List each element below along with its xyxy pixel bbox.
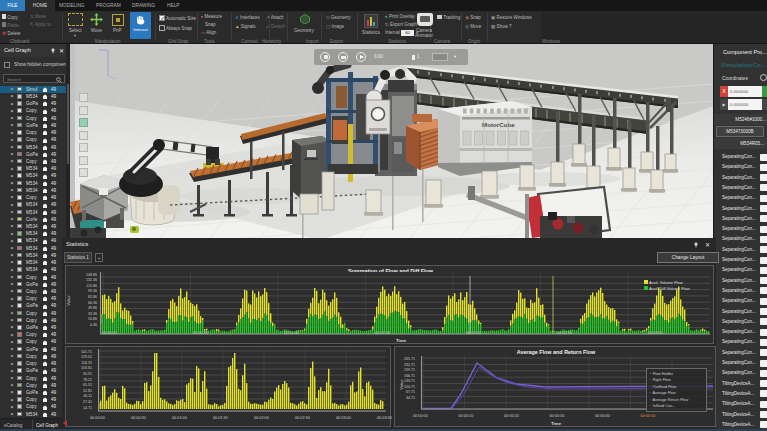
- svg-text:MotorCube: MotorCube: [482, 121, 515, 128]
